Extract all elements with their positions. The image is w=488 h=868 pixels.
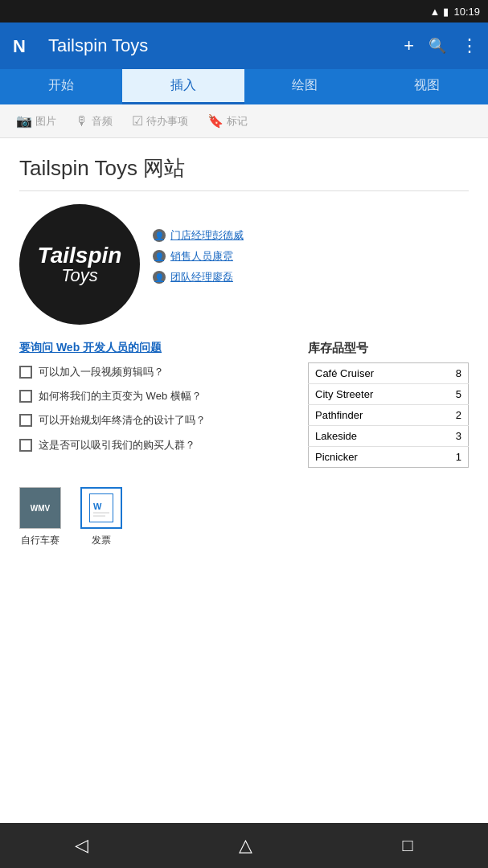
photo-icon: 📷 [16, 113, 32, 129]
checkbox-1[interactable] [19, 366, 32, 379]
doc-title: Tailspin Toys 网站 [19, 154, 469, 191]
add-button[interactable]: + [404, 35, 414, 56]
audio-icon: 🎙 [76, 114, 88, 129]
title-bar-actions: + 🔍 ⋮ [404, 35, 478, 56]
question-3[interactable]: 可以开始规划年终清仓的设计了吗？ [19, 413, 292, 428]
attachments: WMV 自行车赛 W 发票 [19, 487, 469, 547]
search-button[interactable]: 🔍 [429, 37, 446, 55]
table-row: City Streeter 5 [309, 384, 469, 405]
two-col-section: 要询问 Web 开发人员的问题 可以加入一段视频剪辑吗？ 如何将我们的主页变为 … [19, 341, 469, 468]
attachment-video[interactable]: WMV 自行车赛 [19, 487, 61, 547]
inventory-section: 库存品型号 Café Cruiser 8 City Streeter 5 Pat… [308, 341, 469, 468]
watermark: 99anzhuo.com [429, 811, 482, 820]
tag-icon: 🔖 [207, 113, 223, 129]
tab-start[interactable]: 开始 [0, 69, 122, 104]
inventory-title: 库存品型号 [308, 341, 469, 356]
brand-logo: Tailspin Toys [19, 204, 140, 325]
wifi-icon: ▲ [430, 6, 441, 18]
question-4[interactable]: 这是否可以吸引我们的购买人群？ [19, 438, 292, 452]
checkbox-4[interactable] [19, 439, 32, 452]
table-row: Pathfinder 2 [309, 405, 469, 426]
contact-manager[interactable]: 👤 门店经理彭德威 [153, 228, 244, 243]
question-2[interactable]: 如何将我们的主页变为 Web 横幅？ [19, 389, 292, 403]
table-row: Lakeside 3 [309, 426, 469, 447]
inventory-table: Café Cruiser 8 City Streeter 5 Pathfinde… [308, 362, 469, 468]
tab-view[interactable]: 视图 [366, 69, 488, 104]
table-row: Picnicker 1 [309, 447, 469, 468]
contact-links: 👤 门店经理彭德威 👤 销售人员康霓 👤 团队经理廖磊 [153, 228, 244, 325]
todo-icon: ☑ [132, 113, 143, 129]
contact-sales[interactable]: 👤 销售人员康霓 [153, 249, 244, 264]
questions-title: 要询问 Web 开发人员的问题 [19, 341, 292, 355]
contact-icon-1: 👤 [153, 229, 166, 242]
svg-text:N: N [13, 36, 26, 56]
attachment-wmv-icon: WMV [19, 487, 61, 529]
insert-toolbar: 📷 图片 🎙 音频 ☑ 待办事项 🔖 标记 [0, 104, 488, 138]
document-area: Tailspin Toys 网站 Tailspin Toys 👤 门店经理彭德威… [0, 138, 488, 823]
toolbar-audio[interactable]: 🎙 音频 [66, 114, 122, 129]
toolbar-tag[interactable]: 🔖 标记 [198, 113, 257, 129]
attachment-invoice[interactable]: W 发票 [80, 487, 122, 547]
toolbar-photo[interactable]: 📷 图片 [6, 113, 66, 129]
home-button[interactable]: △ [223, 829, 269, 862]
contact-icon-3: 👤 [153, 271, 166, 284]
svg-text:W: W [93, 502, 102, 511]
app-logo: N [10, 31, 39, 60]
doc-header-content: Tailspin Toys 👤 门店经理彭德威 👤 销售人员康霓 👤 团队经理廖… [19, 204, 469, 325]
contact-icon-2: 👤 [153, 250, 166, 263]
more-button[interactable]: ⋮ [461, 35, 478, 56]
questions-section: 要询问 Web 开发人员的问题 可以加入一段视频剪辑吗？ 如何将我们的主页变为 … [19, 341, 292, 468]
question-1[interactable]: 可以加入一段视频剪辑吗？ [19, 365, 292, 379]
checkbox-3[interactable] [19, 414, 32, 427]
recent-button[interactable]: □ [386, 829, 429, 862]
checkbox-2[interactable] [19, 390, 32, 403]
table-row: Café Cruiser 8 [309, 363, 469, 384]
back-button[interactable]: ◁ [59, 829, 105, 862]
app-title: Tailspin Toys [48, 35, 394, 56]
tab-bar: 开始 插入 绘图 视图 [0, 69, 488, 104]
time-display: 10:19 [453, 6, 480, 18]
toolbar-todo[interactable]: ☑ 待办事项 [122, 113, 198, 129]
battery-icon: ▮ [443, 6, 449, 18]
contact-team[interactable]: 👤 团队经理廖磊 [153, 270, 244, 285]
title-bar: N Tailspin Toys + 🔍 ⋮ [0, 23, 488, 69]
bottom-nav: ◁ △ □ [0, 823, 488, 868]
status-bar: ▲ ▮ 10:19 [0, 0, 488, 23]
status-icons: ▲ ▮ [430, 6, 449, 18]
attachment-docx-icon: W [80, 487, 122, 529]
tab-insert[interactable]: 插入 [122, 69, 244, 104]
tab-draw[interactable]: 绘图 [244, 69, 367, 104]
